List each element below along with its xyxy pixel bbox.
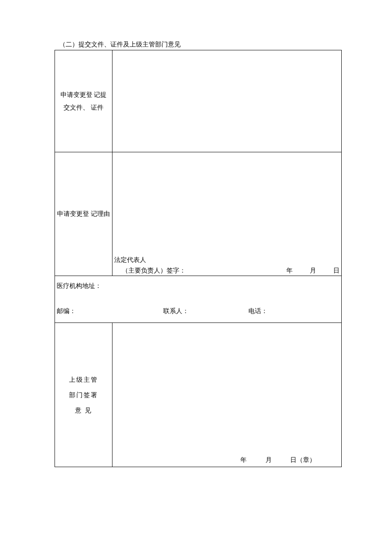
section-title: （二）提交文件、证件及上级主管部门意见 [59,41,342,49]
month-label: 月 [310,267,316,275]
documents-label: 申请变更登 记提交文件、 证件 [61,91,107,111]
signature-block: 法定代表人 （主要负责人）签字： 年 月 日 [114,256,340,275]
reason-label-cell: 申请变更登 记理由 [55,152,112,276]
contact-row: 医疗机构地址： 邮编： 联系人： 电话： [55,276,342,323]
stamp-month-label: 月 [265,456,272,464]
stamp-year-label: 年 [240,456,247,464]
superior-label-line1: 上级主管 [55,372,112,387]
documents-content-cell[interactable] [112,50,342,152]
superior-row: 上级主管 部门签署 意 见 年 月 日（章） [55,323,342,467]
address-line: 医疗机构地址： [57,282,340,290]
responsible-person-sign-label: （主要负责人）签字： [122,267,186,275]
superior-label-cell: 上级主管 部门签署 意 见 [55,323,112,467]
reason-row: 申请变更登 记理由 法定代表人 （主要负责人）签字： 年 月 日 [55,152,342,276]
address-label: 医疗机构地址： [57,282,101,289]
contact-info-line: 邮编： 联系人： 电话： [57,307,340,315]
stamp-day-label: 日（章） [290,456,316,464]
superior-label-line3: 意 见 [55,403,112,418]
stamp-date: 年 月 日（章） [114,456,340,464]
day-label: 日 [333,267,340,275]
contact-person-label: 联系人： [163,307,248,315]
form-table: 申请变更登 记提交文件、 证件 申请变更登 记理由 法定代表人 （主要负责人）签… [55,50,342,467]
reason-content-cell[interactable]: 法定代表人 （主要负责人）签字： 年 月 日 [112,152,342,276]
documents-row: 申请变更登 记提交文件、 证件 [55,50,342,152]
contact-cell[interactable]: 医疗机构地址： 邮编： 联系人： 电话： [55,276,342,323]
legal-rep-label: 法定代表人 [114,256,340,264]
postcode-label: 邮编： [57,307,163,315]
superior-label-line2: 部门签署 [55,387,112,403]
year-label: 年 [286,267,293,275]
signature-date: 年 月 日 [218,267,340,275]
phone-label: 电话： [248,307,268,315]
reason-label: 申请变更登 记理由 [57,210,110,217]
superior-content-cell[interactable]: 年 月 日（章） [112,323,342,467]
documents-label-cell: 申请变更登 记提交文件、 证件 [55,50,112,152]
